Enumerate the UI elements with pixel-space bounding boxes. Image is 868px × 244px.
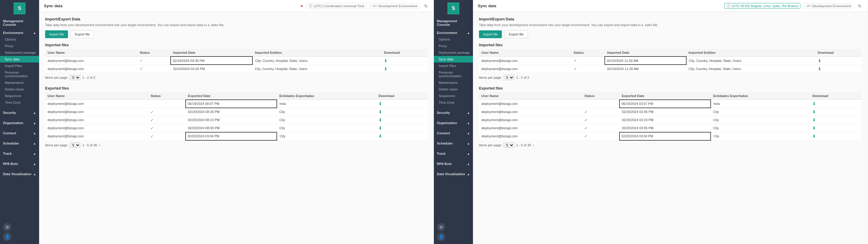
sidebar-section-header-4[interactable]: Scheduler▲ xyxy=(434,140,473,147)
sidebar-section-header-6[interactable]: RPA Bots▲ xyxy=(434,161,473,167)
exported-files-section: Exported filesUser NameStatusExported Da… xyxy=(479,86,862,148)
download-cell[interactable]: ⬇ xyxy=(376,100,428,108)
sidebar-item-sync-data[interactable]: Sync data xyxy=(0,56,39,63)
settings-icon[interactable]: ⚙ xyxy=(3,223,11,232)
download-icon[interactable]: ⬇ xyxy=(818,66,822,71)
download-icon[interactable]: ⬇ xyxy=(378,117,382,122)
sidebar-item-deployment-package[interactable]: Deployment package xyxy=(0,49,39,56)
timezone-tag[interactable]: 🕐(UTC-05:00) Bogota, Lima, Quito, Rio Br… xyxy=(724,3,801,9)
download-icon[interactable]: ⬇ xyxy=(812,101,816,106)
refresh-icon[interactable]: ↻ xyxy=(423,4,429,8)
user-cell: deployment@bizagi.com xyxy=(45,124,148,132)
sidebar-section-header-1[interactable]: Security▲ xyxy=(0,109,39,116)
date-cell: 02/19/2024 11:26 AM xyxy=(605,65,686,73)
download-cell[interactable]: ⬇ xyxy=(376,132,428,140)
download-cell[interactable]: ⬇ xyxy=(376,108,428,116)
sidebar-item-options[interactable]: Options xyxy=(0,36,39,43)
sidebar-section-0: Environment▲OptionsProxyDeployment packa… xyxy=(434,28,473,108)
imported-col-header: User Name xyxy=(45,49,137,57)
sidebar-section-header-0[interactable]: Environment▲ xyxy=(0,30,39,36)
exported-col-header: Status xyxy=(582,92,619,100)
sidebar-item-proxy[interactable]: Proxy xyxy=(0,43,39,49)
sidebar-item-time-zone[interactable]: Time Zone xyxy=(434,99,473,106)
app-logo[interactable]: S xyxy=(447,2,459,14)
download-icon[interactable]: ⬇ xyxy=(812,117,816,122)
download-icon[interactable]: ⬇ xyxy=(378,134,382,139)
entities-cell: City, Country, Hospital, State, Users xyxy=(252,57,381,65)
next-page-arrow[interactable]: › xyxy=(99,143,100,147)
download-icon[interactable]: ⬇ xyxy=(378,126,382,131)
sidebar-section-header-7[interactable]: Data Visualization▲ xyxy=(434,171,473,177)
sidebar-section-header-5[interactable]: Track▲ xyxy=(434,150,473,157)
action-buttons: Import fileExport file xyxy=(479,30,862,38)
items-per-page-select[interactable]: 5 xyxy=(70,142,80,148)
sidebar-item-delete-cases[interactable]: Delete cases xyxy=(434,86,473,93)
download-cell[interactable]: ⬇ xyxy=(815,57,862,65)
sidebar-section-header-1[interactable]: Security▲ xyxy=(434,109,473,116)
download-icon[interactable]: ⬇ xyxy=(384,58,388,63)
exported-files-section: Exported filesUser NameStatusExported Da… xyxy=(45,86,428,148)
sidebar-item-maintenance[interactable]: Maintenance xyxy=(0,79,39,86)
download-cell[interactable]: ⬇ xyxy=(815,65,862,73)
download-icon[interactable]: ⬇ xyxy=(378,109,382,114)
items-per-page-select[interactable]: 5 xyxy=(504,142,514,148)
sidebar-item-deployment-package[interactable]: Deployment package xyxy=(434,49,473,56)
export-file-button[interactable]: Export file xyxy=(504,30,528,38)
table-row: deployment@bizagi.com✓02/19/2024 11:30 A… xyxy=(479,57,862,65)
download-icon[interactable]: ⬇ xyxy=(818,58,822,63)
sidebar-item-options[interactable]: Options xyxy=(434,36,473,43)
sidebar-item-delete-cases[interactable]: Delete cases xyxy=(0,86,39,93)
download-icon[interactable]: ⬇ xyxy=(384,66,388,71)
sidebar-item-sequences[interactable]: Sequences xyxy=(0,93,39,99)
sidebar-section-header-3[interactable]: Connect▲ xyxy=(0,130,39,136)
sidebar-item-proxy[interactable]: Proxy xyxy=(434,43,473,49)
sidebar-section-header-7[interactable]: Data Visualization▲ xyxy=(0,171,39,177)
user-icon[interactable]: 👤 xyxy=(3,233,11,241)
download-cell[interactable]: ⬇ xyxy=(381,57,428,65)
sidebar-section-header-2[interactable]: Organization▲ xyxy=(434,119,473,126)
env-tag[interactable]: </>Development Environment xyxy=(804,3,853,9)
sidebar-item-personas-synchronization[interactable]: Personas synchronization xyxy=(434,69,473,79)
sidebar-section-header-0[interactable]: Environment▲ xyxy=(434,30,473,36)
import-file-button[interactable]: Import file xyxy=(45,30,68,38)
items-per-page-select[interactable]: 5 xyxy=(70,75,80,80)
imported-files-section: Imported filesUser NameStatusImported Da… xyxy=(479,43,862,80)
sidebar-item-maintenance[interactable]: Maintenance xyxy=(434,79,473,86)
download-icon[interactable]: ⬇ xyxy=(812,134,816,139)
sidebar-section-header-4[interactable]: Scheduler▲ xyxy=(0,140,39,147)
sidebar-item-import-files[interactable]: Import Files xyxy=(434,63,473,69)
download-cell[interactable]: ⬇ xyxy=(810,132,862,140)
download-cell[interactable]: ⬇ xyxy=(810,100,862,108)
timezone-tag[interactable]: 🕐(UTC) Coordinated Universal Time xyxy=(306,3,367,9)
sidebar: SManagement ConsoleEnvironment▲OptionsPr… xyxy=(0,0,39,244)
sidebar-section-header-6[interactable]: RPA Bots▲ xyxy=(0,161,39,167)
download-icon[interactable]: ⬇ xyxy=(378,101,382,106)
app-logo[interactable]: S xyxy=(13,2,26,14)
sidebar-section-header-3[interactable]: Connect▲ xyxy=(434,130,473,136)
sidebar-item-sync-data[interactable]: Sync data xyxy=(434,56,473,63)
settings-icon[interactable]: ⚙ xyxy=(437,223,445,232)
download-icon[interactable]: ⬇ xyxy=(812,126,816,131)
user-icon[interactable]: 👤 xyxy=(437,233,445,241)
download-cell[interactable]: ⬇ xyxy=(376,124,428,132)
import-file-button[interactable]: Import file xyxy=(479,30,502,38)
sidebar-item-import-files[interactable]: Import Files xyxy=(0,63,39,69)
export-file-button[interactable]: Export file xyxy=(70,30,94,38)
items-per-page-select[interactable]: 5 xyxy=(504,75,514,80)
next-page-arrow[interactable]: › xyxy=(533,143,534,147)
download-cell[interactable]: ⬇ xyxy=(376,116,428,124)
table-row: deployment@bizagi.com✓02/19/2024 11:26 A… xyxy=(479,65,862,73)
download-cell[interactable]: ⬇ xyxy=(810,108,862,116)
download-cell[interactable]: ⬇ xyxy=(810,116,862,124)
sidebar-section-7: Data Visualization▲ xyxy=(0,169,39,179)
sidebar-section-header-5[interactable]: Track▲ xyxy=(0,150,39,157)
sidebar-section-header-2[interactable]: Organization▲ xyxy=(0,119,39,126)
download-cell[interactable]: ⬇ xyxy=(810,124,862,132)
refresh-icon[interactable]: ↻ xyxy=(857,4,863,8)
sidebar-item-time-zone[interactable]: Time Zone xyxy=(0,99,39,106)
sidebar-item-personas-synchronization[interactable]: Personas synchronization xyxy=(0,69,39,79)
sidebar-item-sequences[interactable]: Sequences xyxy=(434,93,473,99)
download-icon[interactable]: ⬇ xyxy=(812,109,816,114)
download-cell[interactable]: ⬇ xyxy=(381,65,428,73)
env-tag[interactable]: </>Development Environment xyxy=(370,3,420,9)
